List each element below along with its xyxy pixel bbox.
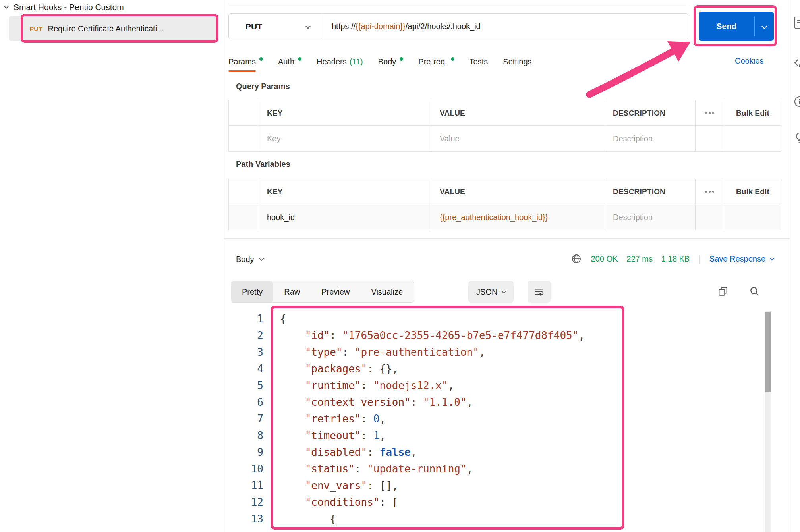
view-tab-preview[interactable]: Preview (311, 281, 360, 302)
url-input[interactable]: https://{{api-domain}}/api/2/hooks/:hook… (321, 14, 688, 39)
url-editor: PUT https://{{api-domain}}/api/2/hooks/:… (228, 13, 688, 39)
globe-icon[interactable] (571, 253, 582, 264)
path-variables-table: KEY VALUE DESCRIPTION Bulk Edit hook_id … (228, 179, 781, 230)
code-line: 7 "retries": 0, (228, 411, 585, 427)
key-input[interactable] (267, 134, 431, 143)
url-variable: {{api-domain}} (356, 22, 406, 31)
row-handle-cell (229, 126, 258, 151)
more-options-button[interactable] (695, 100, 724, 126)
column-header-description: DESCRIPTION (604, 100, 695, 126)
ellipsis-icon (705, 112, 714, 114)
view-tab-pretty[interactable]: Pretty (231, 281, 273, 302)
tab-params[interactable]: Params (228, 56, 263, 67)
info-circle-icon[interactable] (793, 95, 800, 110)
path-variable-key: hook_id (267, 213, 295, 222)
tab-settings[interactable]: Settings (503, 56, 531, 67)
ellipsis-icon (705, 191, 714, 193)
top-divider (228, 4, 688, 4)
key-cell (258, 126, 431, 151)
send-options-button[interactable] (755, 12, 774, 41)
value-cell (431, 126, 604, 151)
search-button[interactable] (749, 286, 760, 299)
column-header-key: KEY (258, 100, 431, 126)
table-corner-cell (229, 100, 258, 126)
code-line: 11 "env_vars": [], (228, 477, 585, 494)
tab-pre-request[interactable]: Pre-req. (418, 56, 454, 67)
method-label: PUT (245, 22, 262, 31)
response-size: 1.18 KB (661, 254, 690, 264)
code-line: 6 "context_version": "1.1.0", (228, 394, 585, 411)
divider: | (698, 254, 701, 264)
tab-body[interactable]: Body (378, 56, 404, 67)
chevron-down-icon (259, 256, 264, 261)
value-cell[interactable]: {{pre_authentication_hook_id}} (431, 204, 604, 230)
line-number: 2 (228, 327, 263, 344)
tab-label: Tests (470, 56, 488, 67)
green-dot (298, 57, 301, 61)
code-line: 10 "status": "update-running", (228, 461, 585, 477)
collection-row[interactable]: Smart Hooks - Pentio Custom (3, 2, 124, 12)
line-number: 9 (228, 444, 263, 461)
line-number: 10 (228, 461, 263, 477)
response-view-tabs: Pretty Raw Preview Visualize (231, 281, 414, 303)
empty-cell (724, 126, 781, 151)
description-input[interactable] (613, 213, 695, 222)
query-params-table: KEY VALUE DESCRIPTION Bulk Edit (228, 100, 781, 152)
tab-auth[interactable]: Auth (278, 56, 301, 67)
code-line: 13 { (228, 511, 585, 527)
chevron-down-icon (3, 4, 10, 10)
save-response-button[interactable]: Save Response (709, 254, 774, 264)
lightbulb-icon[interactable] (793, 131, 800, 145)
view-tab-raw[interactable]: Raw (273, 281, 311, 302)
scrollbar-thumb[interactable] (765, 312, 771, 392)
request-tabs: Params Auth Headers(11) Body Pre-req. Te… (228, 55, 532, 68)
code-line: 12 "conditions": [ (228, 494, 585, 511)
sidebar: Smart Hooks - Pentio Custom PUT Require … (0, 0, 223, 532)
url-prefix: https:// (332, 22, 356, 31)
code-line: 1{ (228, 310, 585, 327)
description-cell (604, 126, 695, 151)
line-number: 11 (228, 477, 263, 494)
green-dot (451, 57, 454, 61)
method-dropdown[interactable]: PUT (229, 14, 321, 39)
tab-label: Headers (317, 56, 347, 67)
cookies-link[interactable]: Cookies (735, 56, 763, 66)
line-number: 6 (228, 394, 263, 411)
save-response-label: Save Response (709, 254, 765, 264)
key-cell[interactable]: hook_id (258, 204, 431, 230)
description-input[interactable] (613, 134, 695, 143)
tab-label: Auth (278, 56, 294, 67)
right-rail-divider (790, 0, 790, 532)
format-dropdown[interactable]: JSON (468, 281, 514, 303)
value-input[interactable] (440, 134, 604, 143)
send-button[interactable]: Send (699, 12, 754, 41)
chevron-down-icon (305, 24, 311, 29)
column-header-key: KEY (258, 179, 431, 204)
view-tab-visualize[interactable]: Visualize (360, 281, 414, 302)
code-snippet-icon[interactable] (793, 56, 800, 71)
sidebar-request-item[interactable]: PUT Require Certificate Authenticati... (9, 16, 219, 41)
chevron-down-icon (769, 256, 775, 261)
tab-label: Pre-req. (418, 56, 447, 67)
empty-cell (724, 204, 781, 230)
tab-headers[interactable]: Headers(11) (317, 56, 363, 67)
bulk-edit-button[interactable]: Bulk Edit (724, 100, 781, 126)
tab-tests[interactable]: Tests (470, 56, 488, 67)
response-body-dropdown[interactable]: Body (236, 255, 263, 264)
empty-cell (695, 204, 724, 230)
tab-label: Body (378, 56, 396, 67)
wrap-text-button[interactable] (528, 281, 551, 303)
copy-button[interactable] (717, 286, 729, 299)
line-number: 1 (228, 310, 263, 327)
bulk-edit-button[interactable]: Bulk Edit (724, 179, 781, 204)
code-line: 8 "timeout": 1, (228, 427, 585, 444)
status-badge: 200 OK (591, 254, 618, 264)
green-dot (259, 57, 263, 61)
send-label: Send (716, 21, 736, 31)
documentation-icon[interactable] (793, 16, 800, 31)
scrollbar-track[interactable] (765, 311, 771, 532)
table-corner-cell (229, 179, 258, 204)
code-line: 9 "disabled": false, (228, 444, 585, 461)
code-lines: 1{2 "id": "1765a0cc-2355-4265-b7e5-e7f47… (228, 310, 585, 527)
more-options-button[interactable] (695, 179, 724, 204)
